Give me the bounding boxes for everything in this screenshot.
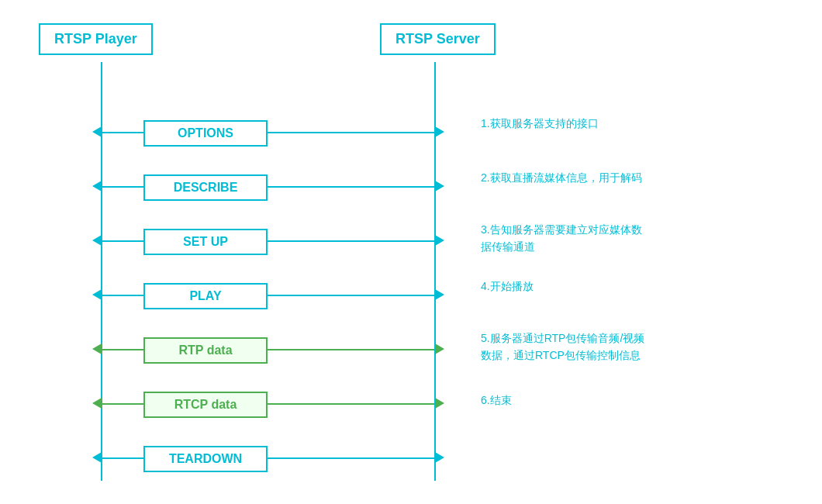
arrow-right-2 — [435, 235, 444, 246]
annotation-2: 3.告知服务器需要建立对应媒体数 据传输通道 — [481, 221, 775, 256]
annotation-0: 1.获取服务器支持的接口 — [481, 115, 775, 132]
arrow-left-0 — [92, 126, 102, 137]
arrow-right-5 — [435, 398, 444, 409]
vline-right — [434, 62, 436, 481]
msg-box-4: RTP data — [143, 337, 268, 364]
annotation-3: 4.开始播放 — [481, 278, 775, 295]
arrow-left-1 — [92, 181, 102, 192]
arrow-left-2 — [92, 235, 102, 246]
msg-box-5: RTCP data — [143, 392, 268, 418]
diagram-container: RTSP Player RTSP Server OPTIONSDESCRIBES… — [0, 0, 822, 504]
entity-right-box: RTSP Server — [380, 23, 496, 55]
arrow-left-6 — [92, 452, 102, 463]
annotation-4: 5.服务器通过RTP包传输音频/视频 数据，通过RTCP包传输控制信息 — [481, 330, 775, 364]
arrow-left-5 — [92, 398, 102, 409]
entity-right-label: RTSP Server — [395, 31, 480, 47]
arrow-right-1 — [435, 181, 444, 192]
arrow-left-4 — [92, 343, 102, 354]
arrow-right-4 — [435, 343, 444, 354]
arrow-right-3 — [435, 289, 444, 300]
msg-box-0: OPTIONS — [143, 120, 268, 147]
arrow-left-3 — [92, 289, 102, 300]
msg-box-2: SET UP — [143, 229, 268, 255]
annotation-1: 2.获取直播流媒体信息，用于解码 — [481, 169, 775, 186]
vline-left — [101, 62, 102, 481]
msg-box-3: PLAY — [143, 283, 268, 309]
entity-left-label: RTSP Player — [54, 31, 137, 47]
arrow-right-0 — [435, 126, 444, 137]
msg-box-1: DESCRIBE — [143, 174, 268, 201]
entity-left-box: RTSP Player — [39, 23, 153, 55]
annotation-5: 6.结束 — [481, 392, 775, 409]
arrow-right-6 — [435, 452, 444, 463]
msg-box-6: TEARDOWN — [143, 446, 268, 472]
